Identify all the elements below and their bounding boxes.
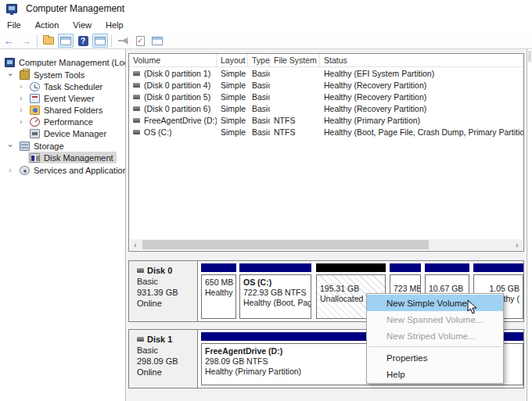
volume-row[interactable]: (Disk 0 partition 6) Simple Basic Health…	[129, 102, 523, 114]
disk-management-icon	[30, 153, 40, 163]
volume-layout: Simple	[217, 104, 248, 113]
volume-icon	[133, 71, 140, 76]
chevron-right-icon[interactable]: ›	[17, 117, 25, 126]
scrollbar-thumb[interactable]	[142, 240, 429, 249]
partition-strip	[425, 263, 469, 272]
volume-status: Healthy (Recovery Partition)	[320, 81, 523, 90]
tree-item-label: Services and Applications	[34, 166, 126, 175]
tree-item-system-tools[interactable]: › System Tools	[6, 69, 84, 81]
partition-size: 650 MB	[205, 277, 232, 288]
menu-action[interactable]: Action	[28, 19, 66, 31]
scroll-right-arrow-icon[interactable]: ›	[512, 239, 523, 250]
tree-item-label: Computer Management (Local	[19, 58, 126, 67]
volume-status: Healthy (Primary Partition)	[320, 116, 523, 125]
volume-row[interactable]: (Disk 0 partition 4) Simple Basic Health…	[129, 79, 523, 91]
tree-item-performance[interactable]: › Performance	[17, 116, 93, 127]
volume-layout: Simple	[217, 69, 248, 78]
menu-item-new-spanned-volume: New Spanned Volume...	[367, 311, 503, 328]
chevron-right-icon[interactable]: ›	[17, 82, 25, 91]
menu-item-help[interactable]: Help	[367, 366, 503, 382]
column-header-file-system[interactable]: File System	[270, 54, 320, 66]
partition-status: Healthy (Boot, Page	[243, 298, 307, 308]
forward-button[interactable]: →	[18, 34, 34, 48]
tree-item-device-manager[interactable]: Device Manager	[30, 127, 106, 139]
show-properties-pane-button[interactable]	[92, 34, 108, 48]
show-console-tree-button[interactable]	[41, 34, 56, 48]
tree-item-computer-management[interactable]: Computer Management (Local	[5, 56, 126, 68]
volume-name: (Disk 0 partition 5)	[144, 92, 210, 102]
tree-item-task-scheduler[interactable]: › Task Scheduler	[17, 81, 102, 92]
tree-item-storage[interactable]: › Storage	[6, 140, 64, 152]
tree-item-label: Event Viewer	[44, 94, 95, 103]
volume-status: Healthy (Recovery Partition)	[320, 104, 523, 113]
tree-item-label: Shared Folders	[44, 106, 102, 115]
performance-icon	[30, 117, 40, 127]
storage-icon	[20, 141, 30, 151]
disk-0-label[interactable]: Disk 0 Basic 931.39 GB Online	[129, 261, 198, 321]
partition-strip	[239, 263, 311, 272]
volume-type: Basic	[248, 104, 270, 113]
toolbar-separator	[37, 35, 38, 47]
disk-size: 298.09 GB	[137, 356, 197, 367]
partition-strip	[473, 263, 523, 272]
partition-strip	[316, 263, 386, 272]
chevron-right-icon[interactable]: ›	[17, 94, 25, 102]
volume-name: FreeAgentDrive (D:)	[144, 116, 217, 125]
title-bar: Computer Management	[0, 0, 532, 17]
volume-type: Basic	[248, 92, 270, 102]
services-icon	[20, 166, 30, 175]
chevron-right-icon[interactable]: ›	[6, 166, 14, 174]
tree-item-disk-management[interactable]: Disk Management	[28, 152, 117, 163]
tree-item-services-applications[interactable]: › Services and Applications	[6, 164, 126, 176]
menu-help[interactable]: Help	[99, 19, 131, 31]
properties-window-icon	[152, 37, 163, 45]
help-icon: ?	[78, 36, 88, 46]
tree-item-shared-folders[interactable]: › Shared Folders	[17, 104, 102, 116]
check-disk-button[interactable]: ✓	[132, 34, 148, 48]
column-header-type[interactable]: Type	[248, 54, 270, 66]
document-check-icon: ✓	[136, 36, 145, 46]
partition-name: OS (C:)	[243, 277, 307, 288]
volume-row[interactable]: FreeAgentDrive (D:) Simple Basic NTFS He…	[129, 114, 523, 126]
disk-size: 931.39 GB	[137, 287, 197, 298]
menu-file[interactable]: File	[0, 19, 28, 31]
volume-status: Healthy (EFI System Partition)	[320, 69, 523, 78]
properties-button[interactable]	[149, 34, 165, 48]
tree-item-event-viewer[interactable]: › Event Viewer	[17, 92, 95, 104]
tree-item-label: System Tools	[34, 70, 84, 80]
partition-os-c[interactable]: OS (C:) 722.93 GB NTFS Healthy (Boot, Pa…	[239, 263, 311, 319]
column-header-volume[interactable]: Volume	[129, 54, 217, 66]
chevron-down-icon[interactable]: ›	[6, 71, 15, 79]
column-header-status[interactable]: Status	[320, 54, 523, 66]
volume-name: (Disk 0 partition 4)	[144, 81, 210, 90]
disk-1-label[interactable]: Disk 1 Basic 298.09 GB Online	[129, 330, 198, 388]
chevron-down-icon[interactable]: ›	[6, 142, 15, 150]
volume-icon	[133, 130, 140, 134]
scrollbar-track[interactable]	[141, 239, 512, 250]
disk-icon	[137, 337, 144, 342]
menu-item-properties[interactable]: Properties	[367, 349, 503, 366]
volume-layout: Simple	[217, 81, 248, 90]
scroll-left-arrow-icon[interactable]: ‹	[130, 239, 141, 250]
horizontal-scrollbar[interactable]: ‹ ›	[130, 239, 523, 250]
back-button[interactable]: ←	[1, 34, 16, 48]
chevron-right-icon[interactable]: ›	[17, 106, 25, 114]
volume-row[interactable]: (Disk 0 partition 5) Simple Basic Health…	[129, 91, 523, 102]
menu-item-new-simple-volume[interactable]: New Simple Volume...	[367, 295, 503, 311]
action-tool-button[interactable]	[115, 34, 131, 48]
shared-folders-icon	[30, 106, 40, 115]
tree-item-label: Task Scheduler	[44, 82, 102, 91]
window-pane-icon	[95, 37, 106, 45]
volume-row[interactable]: (Disk 0 partition 1) Simple Basic Health…	[129, 67, 523, 79]
menu-view[interactable]: View	[66, 19, 99, 31]
disk-type: Basic	[137, 345, 197, 356]
task-scheduler-icon	[30, 82, 40, 91]
partition-strip	[201, 263, 236, 272]
partition-efi[interactable]: 650 MB Healthy	[201, 263, 236, 319]
volume-row[interactable]: OS (C:) Simple Basic NTFS Healthy (Boot,…	[129, 126, 523, 138]
volume-layout: Simple	[217, 116, 248, 125]
volume-fs: NTFS	[270, 127, 320, 137]
help-button[interactable]: ?	[75, 34, 91, 48]
show-action-pane-button[interactable]	[58, 34, 74, 48]
column-header-layout[interactable]: Layout	[217, 54, 248, 66]
